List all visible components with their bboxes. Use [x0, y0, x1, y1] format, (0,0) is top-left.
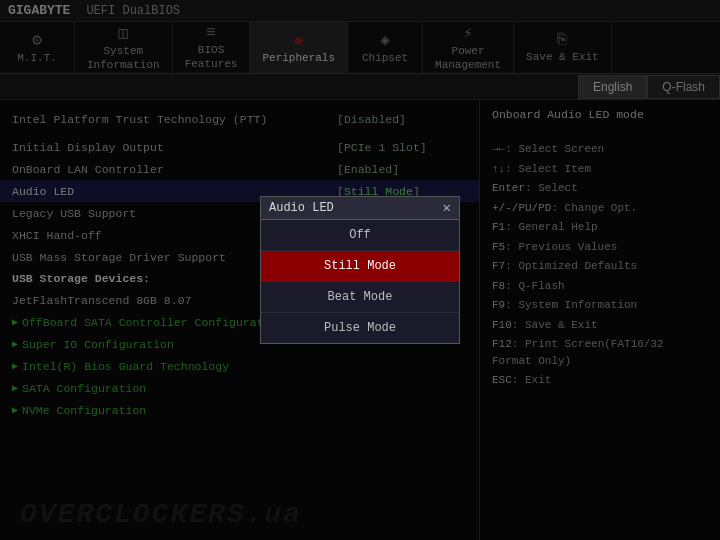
modal-option-2[interactable]: Beat Mode: [261, 282, 459, 313]
modal-title-bar: Audio LED ✕: [261, 197, 459, 220]
modal-option-0[interactable]: Off: [261, 220, 459, 251]
audio-led-modal: Audio LED ✕ OffStill ModeBeat ModePulse …: [260, 196, 460, 344]
modal-option-1[interactable]: Still Mode: [261, 251, 459, 282]
modal-option-3[interactable]: Pulse Mode: [261, 313, 459, 343]
modal-overlay: Audio LED ✕ OffStill ModeBeat ModePulse …: [0, 0, 720, 540]
modal-title: Audio LED: [269, 201, 334, 215]
modal-close-button[interactable]: ✕: [443, 201, 451, 215]
